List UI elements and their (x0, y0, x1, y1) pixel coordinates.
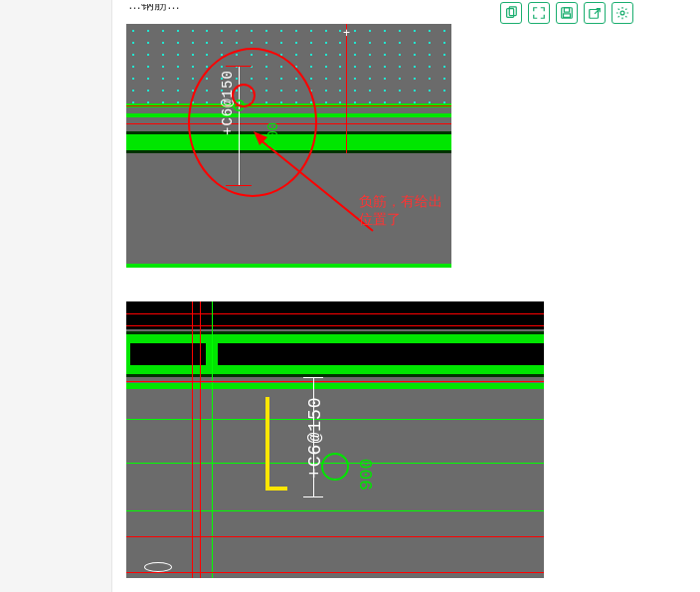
copy-icon (504, 6, 518, 20)
copy-button[interactable] (500, 2, 522, 24)
svg-rect-4 (564, 14, 571, 18)
share-icon (588, 6, 602, 20)
svg-rect-5 (590, 10, 599, 19)
cad-image-2-container: +C6@150 900 (126, 301, 686, 578)
settings-button[interactable] (612, 2, 633, 24)
cad-image-1-container: document.write(Array.from({length:7},()=… (126, 24, 686, 268)
save-button[interactable] (556, 2, 578, 24)
rebar-label-2: +C6@150 (305, 396, 325, 479)
dimension-label-2: 900 (357, 459, 377, 491)
cad-image-2: +C6@150 900 (126, 301, 544, 578)
dimension-label-1: 900 (265, 122, 281, 147)
cad-image-1: document.write(Array.from({length:7},()=… (126, 24, 451, 268)
svg-point-6 (620, 11, 624, 15)
rebar-label-1: +C6@150 (220, 70, 236, 135)
expand-button[interactable] (528, 2, 550, 24)
main-content: …钢筋… document.write(Array.from({length:7… (112, 0, 700, 592)
svg-line-7 (260, 139, 373, 231)
settings-icon (615, 6, 629, 20)
expand-icon (532, 6, 546, 20)
share-button[interactable] (584, 2, 606, 24)
section-symbol-icon (144, 562, 172, 572)
crosshair-icon: + (343, 26, 350, 40)
annotation-text: 负筋，有给出位置了 (359, 193, 451, 229)
image-toolbar (500, 2, 633, 24)
save-icon (560, 6, 574, 20)
svg-rect-3 (564, 8, 569, 12)
left-sidebar (0, 0, 112, 592)
